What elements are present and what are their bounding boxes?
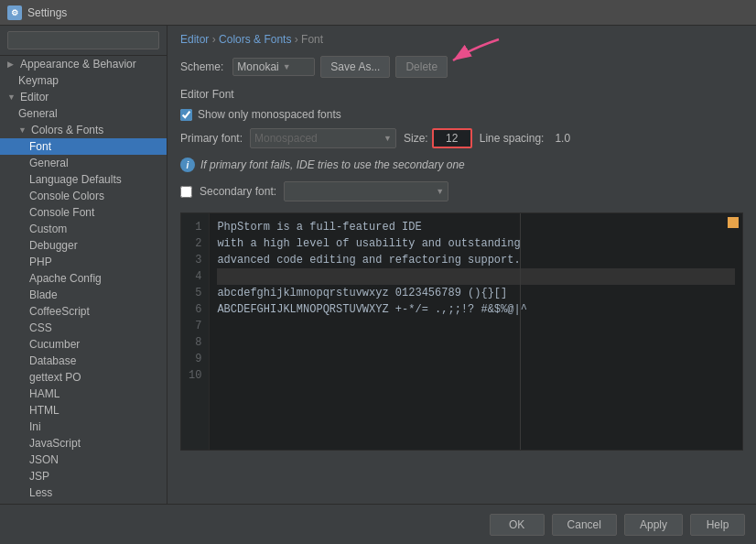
sidebar-item-json[interactable]: JSON [0, 452, 167, 468]
size-box: Size: [404, 128, 472, 148]
sidebar-item-html[interactable]: HTML [0, 402, 167, 419]
sidebar-item-console-font[interactable]: Console Font [0, 204, 167, 221]
code-line-4 [217, 268, 735, 285]
sidebar-item-keymap[interactable]: Keymap [0, 72, 167, 89]
code-line-1: PhpStorm is a full-featured IDE [217, 219, 735, 235]
sidebar-item-colors-fonts[interactable]: ▼ Colors & Fonts [0, 122, 167, 138]
secondary-font-row: Secondary font: ▼ [167, 176, 756, 207]
vertical-divider [520, 213, 521, 450]
sidebar-item-css[interactable]: CSS [0, 320, 167, 336]
sidebar-item-font[interactable]: Font [0, 138, 167, 155]
line-spacing-label: Line spacing: [480, 132, 545, 145]
breadcrumb: Editor › Colors & Fonts › Font [167, 26, 756, 49]
breadcrumb-colors-fonts[interactable]: Colors & Fonts [219, 33, 291, 46]
secondary-font-label: Secondary font: [200, 185, 276, 198]
sidebar-item-debugger[interactable]: Debugger [0, 237, 167, 254]
sidebar-item-custom[interactable]: Custom [0, 221, 167, 237]
title-bar: ⚙ Settings [0, 0, 756, 26]
info-row: i If primary font fails, IDE tries to us… [167, 154, 756, 176]
search-input[interactable] [7, 31, 159, 49]
arrow-icon: ▶ [7, 60, 18, 69]
app-icon: ⚙ [7, 5, 22, 20]
sidebar-item-less[interactable]: Less [0, 484, 167, 501]
chevron-down-icon: ▼ [436, 187, 444, 196]
sidebar-item-apache-config[interactable]: Apache Config [0, 270, 167, 287]
search-bar[interactable] [0, 26, 167, 56]
content-panel: Editor › Colors & Fonts › Font Scheme: M… [167, 26, 756, 504]
preview-area: 1 2 3 4 5 6 7 8 9 10 PhpStorm is a full-… [180, 212, 743, 451]
sidebar-item-gettext-po[interactable]: gettext PO [0, 369, 167, 386]
sidebar-item-general2[interactable]: General [0, 155, 167, 171]
code-line-10 [217, 367, 735, 384]
breadcrumb-editor[interactable]: Editor [180, 33, 209, 46]
apply-button[interactable]: Apply [624, 514, 683, 536]
code-line-5: abcdefghijklmnopqrstuvwxyz 0123456789 ()… [217, 285, 735, 301]
sidebar: ▶ Appearance & Behavior Keymap ▼ Editor … [0, 26, 167, 504]
sidebar-item-ini[interactable]: Ini [0, 419, 167, 435]
sidebar-item-general[interactable]: General [0, 105, 167, 122]
show-monospaced-checkbox[interactable] [180, 109, 192, 121]
code-line-2: with a high level of usability and outst… [217, 235, 735, 252]
size-input[interactable] [432, 128, 472, 148]
info-text: If primary font fails, IDE tries to use … [200, 158, 465, 171]
secondary-font-checkbox[interactable] [180, 186, 192, 198]
ok-button[interactable]: OK [490, 514, 545, 536]
size-label: Size: [404, 132, 428, 145]
primary-font-dropdown[interactable]: Monospaced ▼ [250, 128, 396, 148]
sidebar-item-php[interactable]: PHP [0, 254, 167, 270]
sidebar-item-regexp[interactable]: RegExp [0, 501, 167, 504]
sidebar-item-database[interactable]: Database [0, 353, 167, 369]
sidebar-item-appearance[interactable]: ▶ Appearance & Behavior [0, 56, 167, 72]
window-title: Settings [27, 6, 67, 19]
scheme-value: Monokai [237, 60, 278, 73]
line-numbers: 1 2 3 4 5 6 7 8 9 10 [181, 213, 210, 450]
primary-font-value: Monospaced [254, 132, 318, 145]
sidebar-item-coffeescript[interactable]: CoffeeScript [0, 303, 167, 320]
sidebar-item-javascript[interactable]: JavaScript [0, 435, 167, 452]
primary-font-label: Primary font: [180, 132, 243, 145]
sidebar-item-editor[interactable]: ▼ Editor [0, 89, 167, 105]
breadcrumb-font: Font [301, 33, 323, 46]
save-as-button[interactable]: Save As... [320, 56, 390, 78]
sidebar-item-blade[interactable]: Blade [0, 287, 167, 303]
code-line-6: ABCDEFGHIJKLMNOPQRSTUVWXYZ +-*/= .,;;!? … [217, 301, 735, 318]
code-line-8 [217, 334, 735, 351]
show-monospaced-label: Show only monospaced fonts [198, 108, 341, 121]
code-content: PhpStorm is a full-featured IDE with a h… [210, 213, 742, 450]
scheme-row: Scheme: Monokai ▼ Save As... Delete [167, 49, 756, 86]
font-settings-row: Primary font: Monospaced ▼ Size: Line sp… [167, 123, 756, 154]
code-line-7 [217, 318, 735, 334]
scheme-label: Scheme: [180, 60, 223, 73]
sidebar-item-jsp[interactable]: JSP [0, 468, 167, 484]
orange-marker [728, 217, 739, 228]
cancel-button[interactable]: Cancel [552, 514, 617, 536]
line-spacing-value: 1.0 [555, 132, 570, 145]
code-line-3: advanced code editing and refactoring su… [217, 252, 735, 268]
arrow-icon: ▼ [7, 92, 18, 102]
show-monospaced-row: Show only monospaced fonts [167, 106, 756, 123]
sidebar-item-haml[interactable]: HAML [0, 386, 167, 402]
secondary-font-dropdown[interactable]: ▼ [284, 181, 448, 201]
help-button[interactable]: Help [690, 514, 745, 536]
chevron-down-icon: ▼ [283, 62, 291, 71]
editor-font-section: Editor Font [167, 86, 756, 106]
sidebar-item-cucumber[interactable]: Cucumber [0, 336, 167, 353]
arrow-icon: ▼ [18, 125, 29, 135]
sidebar-item-console-colors[interactable]: Console Colors [0, 188, 167, 204]
sidebar-item-language-defaults[interactable]: Language Defaults [0, 171, 167, 188]
delete-button[interactable]: Delete [395, 56, 448, 78]
info-icon: i [180, 158, 195, 172]
chevron-down-icon: ▼ [383, 134, 392, 143]
code-line-9 [217, 351, 735, 367]
bottom-bar: OK Cancel Apply Help [0, 504, 756, 544]
scheme-dropdown[interactable]: Monokai ▼ [232, 58, 315, 76]
